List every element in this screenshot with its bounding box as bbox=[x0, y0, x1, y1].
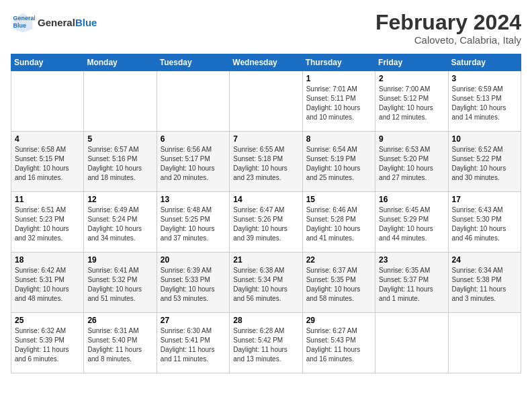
weekday-header: Friday bbox=[375, 54, 448, 71]
calendar-cell: 20Sunrise: 6:39 AM Sunset: 5:33 PM Dayli… bbox=[157, 253, 229, 313]
calendar-cell: 27Sunrise: 6:30 AM Sunset: 5:41 PM Dayli… bbox=[157, 313, 229, 373]
day-number: 13 bbox=[161, 195, 226, 204]
calendar-cell: 2Sunrise: 7:00 AM Sunset: 5:12 PM Daylig… bbox=[375, 71, 448, 132]
day-number: 2 bbox=[379, 74, 444, 83]
calendar-cell: 26Sunrise: 6:31 AM Sunset: 5:40 PM Dayli… bbox=[84, 313, 157, 373]
weekday-header: Tuesday bbox=[157, 54, 229, 71]
day-info: Sunrise: 6:32 AM Sunset: 5:39 PM Dayligh… bbox=[15, 326, 80, 364]
day-number: 24 bbox=[452, 255, 517, 265]
weekday-header: Wednesday bbox=[230, 54, 302, 71]
day-number: 19 bbox=[87, 255, 152, 265]
day-number: 1 bbox=[306, 74, 371, 83]
weekday-header-row: SundayMondayTuesdayWednesdayThursdayFrid… bbox=[11, 54, 521, 71]
calendar-cell: 1Sunrise: 7:01 AM Sunset: 5:11 PM Daylig… bbox=[302, 71, 375, 132]
day-info: Sunrise: 6:54 AM Sunset: 5:19 PM Dayligh… bbox=[306, 145, 371, 183]
day-info: Sunrise: 6:31 AM Sunset: 5:40 PM Dayligh… bbox=[87, 326, 152, 364]
day-number: 6 bbox=[161, 134, 226, 144]
day-number: 4 bbox=[15, 134, 80, 144]
title-block: February 2024 Caloveto, Calabria, Italy bbox=[375, 11, 521, 46]
day-info: Sunrise: 6:43 AM Sunset: 5:30 PM Dayligh… bbox=[452, 205, 517, 243]
logo: General Blue GeneralBlue bbox=[11, 11, 97, 35]
weekday-header: Saturday bbox=[448, 54, 521, 71]
calendar-cell: 6Sunrise: 6:56 AM Sunset: 5:17 PM Daylig… bbox=[157, 132, 229, 192]
day-info: Sunrise: 6:42 AM Sunset: 5:31 PM Dayligh… bbox=[15, 266, 80, 304]
day-number: 3 bbox=[452, 74, 517, 83]
calendar-cell: 29Sunrise: 6:27 AM Sunset: 5:43 PM Dayli… bbox=[302, 313, 375, 373]
day-info: Sunrise: 6:58 AM Sunset: 5:15 PM Dayligh… bbox=[15, 145, 80, 183]
calendar-cell: 3Sunrise: 6:59 AM Sunset: 5:13 PM Daylig… bbox=[448, 71, 521, 132]
day-number: 28 bbox=[233, 316, 298, 325]
day-number: 20 bbox=[161, 255, 226, 265]
calendar-cell: 22Sunrise: 6:37 AM Sunset: 5:35 PM Dayli… bbox=[302, 253, 375, 313]
calendar-week-row: 1Sunrise: 7:01 AM Sunset: 5:11 PM Daylig… bbox=[11, 71, 521, 132]
day-number: 11 bbox=[15, 195, 80, 204]
day-info: Sunrise: 6:45 AM Sunset: 5:29 PM Dayligh… bbox=[379, 205, 444, 243]
weekday-header: Monday bbox=[84, 54, 157, 71]
day-number: 15 bbox=[306, 195, 371, 204]
calendar-cell: 17Sunrise: 6:43 AM Sunset: 5:30 PM Dayli… bbox=[448, 192, 521, 253]
day-info: Sunrise: 6:49 AM Sunset: 5:24 PM Dayligh… bbox=[87, 205, 152, 243]
day-info: Sunrise: 6:55 AM Sunset: 5:18 PM Dayligh… bbox=[233, 145, 298, 183]
calendar-cell bbox=[84, 71, 157, 132]
day-info: Sunrise: 7:00 AM Sunset: 5:12 PM Dayligh… bbox=[379, 85, 444, 122]
day-info: Sunrise: 6:30 AM Sunset: 5:41 PM Dayligh… bbox=[161, 326, 226, 364]
day-info: Sunrise: 6:52 AM Sunset: 5:22 PM Dayligh… bbox=[452, 145, 517, 183]
day-info: Sunrise: 6:27 AM Sunset: 5:43 PM Dayligh… bbox=[306, 326, 371, 364]
calendar-cell: 9Sunrise: 6:53 AM Sunset: 5:20 PM Daylig… bbox=[375, 132, 448, 192]
calendar-cell: 18Sunrise: 6:42 AM Sunset: 5:31 PM Dayli… bbox=[11, 253, 84, 313]
calendar-cell: 16Sunrise: 6:45 AM Sunset: 5:29 PM Dayli… bbox=[375, 192, 448, 253]
calendar-cell: 13Sunrise: 6:48 AM Sunset: 5:25 PM Dayli… bbox=[157, 192, 229, 253]
day-info: Sunrise: 6:41 AM Sunset: 5:32 PM Dayligh… bbox=[87, 266, 152, 304]
day-number: 25 bbox=[15, 316, 80, 325]
page-header: General Blue GeneralBlue February 2024 C… bbox=[11, 11, 521, 46]
day-number: 5 bbox=[87, 134, 152, 144]
day-info: Sunrise: 6:57 AM Sunset: 5:16 PM Dayligh… bbox=[87, 145, 152, 183]
logo-icon: General Blue bbox=[11, 11, 35, 35]
calendar-cell: 28Sunrise: 6:28 AM Sunset: 5:42 PM Dayli… bbox=[230, 313, 302, 373]
svg-text:General: General bbox=[13, 15, 35, 21]
day-number: 21 bbox=[233, 255, 298, 265]
calendar-cell: 7Sunrise: 6:55 AM Sunset: 5:18 PM Daylig… bbox=[230, 132, 302, 192]
day-number: 17 bbox=[452, 195, 517, 204]
calendar-cell bbox=[448, 313, 521, 373]
day-number: 12 bbox=[87, 195, 152, 204]
location-title: Caloveto, Calabria, Italy bbox=[375, 34, 521, 46]
calendar-cell bbox=[375, 313, 448, 373]
day-number: 23 bbox=[379, 255, 444, 265]
day-info: Sunrise: 6:35 AM Sunset: 5:37 PM Dayligh… bbox=[379, 266, 444, 304]
calendar-week-row: 18Sunrise: 6:42 AM Sunset: 5:31 PM Dayli… bbox=[11, 253, 521, 313]
calendar-cell: 10Sunrise: 6:52 AM Sunset: 5:22 PM Dayli… bbox=[448, 132, 521, 192]
day-info: Sunrise: 6:37 AM Sunset: 5:35 PM Dayligh… bbox=[306, 266, 371, 304]
calendar-cell: 5Sunrise: 6:57 AM Sunset: 5:16 PM Daylig… bbox=[84, 132, 157, 192]
day-info: Sunrise: 6:28 AM Sunset: 5:42 PM Dayligh… bbox=[233, 326, 298, 364]
calendar-week-row: 25Sunrise: 6:32 AM Sunset: 5:39 PM Dayli… bbox=[11, 313, 521, 373]
day-info: Sunrise: 7:01 AM Sunset: 5:11 PM Dayligh… bbox=[306, 85, 371, 122]
day-info: Sunrise: 6:39 AM Sunset: 5:33 PM Dayligh… bbox=[161, 266, 226, 304]
day-info: Sunrise: 6:56 AM Sunset: 5:17 PM Dayligh… bbox=[161, 145, 226, 183]
calendar-week-row: 11Sunrise: 6:51 AM Sunset: 5:23 PM Dayli… bbox=[11, 192, 521, 253]
day-info: Sunrise: 6:34 AM Sunset: 5:38 PM Dayligh… bbox=[452, 266, 517, 304]
calendar-cell: 24Sunrise: 6:34 AM Sunset: 5:38 PM Dayli… bbox=[448, 253, 521, 313]
day-number: 27 bbox=[161, 316, 226, 325]
day-info: Sunrise: 6:48 AM Sunset: 5:25 PM Dayligh… bbox=[161, 205, 226, 243]
calendar-cell: 14Sunrise: 6:47 AM Sunset: 5:26 PM Dayli… bbox=[230, 192, 302, 253]
day-info: Sunrise: 6:38 AM Sunset: 5:34 PM Dayligh… bbox=[233, 266, 298, 304]
calendar-cell bbox=[230, 71, 302, 132]
day-info: Sunrise: 6:59 AM Sunset: 5:13 PM Dayligh… bbox=[452, 85, 517, 122]
calendar-cell: 8Sunrise: 6:54 AM Sunset: 5:19 PM Daylig… bbox=[302, 132, 375, 192]
day-info: Sunrise: 6:51 AM Sunset: 5:23 PM Dayligh… bbox=[15, 205, 80, 243]
day-number: 29 bbox=[306, 316, 371, 325]
day-number: 8 bbox=[306, 134, 371, 144]
day-info: Sunrise: 6:53 AM Sunset: 5:20 PM Dayligh… bbox=[379, 145, 444, 183]
calendar-table: SundayMondayTuesdayWednesdayThursdayFrid… bbox=[11, 54, 521, 373]
day-number: 7 bbox=[233, 134, 298, 144]
weekday-header: Thursday bbox=[302, 54, 375, 71]
calendar-cell: 25Sunrise: 6:32 AM Sunset: 5:39 PM Dayli… bbox=[11, 313, 84, 373]
calendar-week-row: 4Sunrise: 6:58 AM Sunset: 5:15 PM Daylig… bbox=[11, 132, 521, 192]
day-number: 18 bbox=[15, 255, 80, 265]
calendar-cell: 21Sunrise: 6:38 AM Sunset: 5:34 PM Dayli… bbox=[230, 253, 302, 313]
day-number: 10 bbox=[452, 134, 517, 144]
calendar-cell: 4Sunrise: 6:58 AM Sunset: 5:15 PM Daylig… bbox=[11, 132, 84, 192]
day-number: 9 bbox=[379, 134, 444, 144]
calendar-cell: 15Sunrise: 6:46 AM Sunset: 5:28 PM Dayli… bbox=[302, 192, 375, 253]
